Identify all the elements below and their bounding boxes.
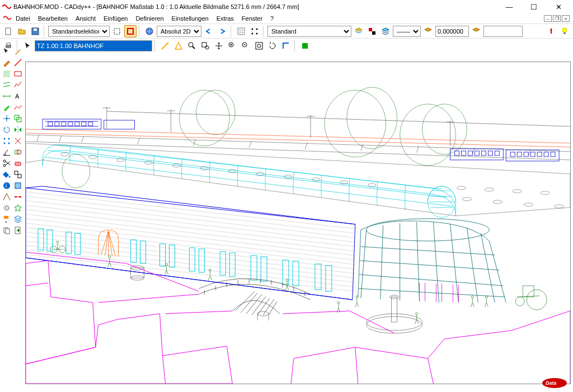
pointer-tool[interactable]	[1, 46, 12, 57]
mirror-tool[interactable]	[12, 124, 24, 135]
selection-mode-select[interactable]: Standardselektion	[48, 26, 110, 37]
layers-tool[interactable]	[12, 214, 24, 225]
svg-line-232	[162, 356, 165, 384]
eraser-tool[interactable]	[12, 158, 24, 169]
globe-button[interactable]	[143, 25, 156, 37]
copy-tool[interactable]	[1, 225, 12, 236]
poly-tool[interactable]	[12, 79, 24, 91]
brush-tool[interactable]	[12, 46, 24, 57]
svg-rect-142	[131, 240, 137, 262]
parallel-tool[interactable]	[1, 79, 12, 91]
mdi-close[interactable]: ×	[562, 15, 570, 22]
angle-tool[interactable]	[1, 147, 12, 158]
svg-point-33	[8, 143, 10, 144]
redo-button[interactable]	[216, 25, 228, 37]
zoom-extents-button[interactable]	[226, 40, 238, 52]
undo-button[interactable]	[203, 25, 215, 37]
mdi-restore[interactable]: ❐	[553, 15, 561, 22]
pencil-tool[interactable]	[1, 57, 12, 68]
info-tool[interactable]: i	[1, 180, 12, 191]
pin-button[interactable]	[545, 25, 557, 37]
split-tool[interactable]	[12, 191, 24, 202]
maximize-button[interactable]: ☐	[527, 3, 541, 11]
layer-field[interactable]	[35, 40, 152, 51]
menu-extras[interactable]: Extras	[213, 15, 237, 22]
svg-rect-11	[369, 28, 372, 31]
svg-rect-138	[38, 229, 44, 250]
save-button[interactable]	[29, 25, 41, 37]
menu-definieren[interactable]: Definieren	[132, 15, 167, 22]
rotate-tool[interactable]	[1, 124, 12, 135]
import-tool[interactable]	[12, 225, 24, 236]
triangle-button[interactable]	[172, 40, 185, 52]
lineweight-button[interactable]	[422, 25, 434, 37]
symbol-tool[interactable]	[12, 202, 24, 214]
layer-manager-button[interactable]	[353, 25, 365, 37]
svg-rect-150	[251, 256, 257, 280]
block-tool[interactable]	[12, 180, 24, 191]
open-button[interactable]	[16, 25, 28, 37]
ortho-button[interactable]	[280, 40, 292, 52]
snap-button[interactable]	[248, 25, 261, 37]
group-tool[interactable]	[12, 169, 24, 180]
paint-tool[interactable]	[1, 214, 12, 225]
grid-button[interactable]	[235, 25, 247, 37]
crosshair-tool[interactable]	[1, 113, 12, 124]
menu-bearbeiten[interactable]: Bearbeiten	[35, 15, 71, 22]
doc-icon	[3, 15, 11, 22]
extra-input[interactable]	[483, 26, 523, 37]
intersect-tool[interactable]	[12, 147, 24, 158]
menu-datei[interactable]: Datei	[12, 15, 34, 22]
menu-help[interactable]: ?	[267, 15, 277, 22]
coord-mode-select[interactable]: Absolut 2D	[157, 26, 201, 37]
array-tool[interactable]	[1, 135, 12, 147]
spline-tool[interactable]	[12, 102, 24, 113]
minimize-button[interactable]: —	[502, 3, 516, 11]
menu-einstellungen[interactable]: Einstellungen	[168, 15, 212, 22]
bulb-button[interactable]	[558, 25, 571, 37]
distance-input[interactable]	[435, 26, 469, 37]
zoom-button[interactable]	[186, 40, 198, 52]
new-button[interactable]	[2, 25, 15, 37]
scissors-tool[interactable]	[1, 158, 12, 169]
dimension-tool[interactable]	[1, 91, 12, 102]
rect-tool[interactable]	[12, 68, 24, 79]
marker-tool[interactable]	[1, 102, 12, 113]
color-button[interactable]	[366, 25, 378, 37]
drawing-canvas[interactable]	[25, 62, 571, 384]
zoom-all-button[interactable]	[253, 40, 265, 52]
zoom-previous-button[interactable]	[239, 40, 252, 52]
trim-tool[interactable]	[12, 135, 24, 147]
mdi-minimize[interactable]: –	[544, 15, 552, 22]
svg-line-187	[110, 262, 111, 267]
status-light[interactable]	[299, 40, 311, 52]
menu-fenster[interactable]: Fenster	[238, 15, 266, 22]
svg-point-13	[562, 28, 567, 32]
layer-props-button[interactable]	[470, 25, 482, 37]
svg-rect-12	[372, 31, 375, 35]
text-tool[interactable]: A	[12, 91, 24, 102]
close-button[interactable]: ✕	[552, 3, 565, 11]
offset-tool[interactable]	[12, 113, 24, 124]
layers-button[interactable]	[379, 25, 392, 37]
hatch-tool[interactable]	[1, 68, 12, 79]
refresh-button[interactable]	[266, 40, 279, 52]
pan-button[interactable]	[213, 40, 225, 52]
menu-einfuegen[interactable]: Einfügen	[100, 15, 131, 22]
select-box-button[interactable]	[111, 25, 123, 37]
menu-ansicht[interactable]: Ansicht	[72, 15, 99, 22]
line-tool[interactable]	[12, 57, 24, 68]
zoom-window-button[interactable]	[199, 40, 212, 52]
gear-tool[interactable]	[1, 202, 12, 214]
svg-line-211	[417, 319, 419, 324]
edge-tool[interactable]	[1, 191, 12, 202]
linetype-select[interactable]: ———	[393, 26, 421, 37]
svg-rect-0	[6, 28, 11, 35]
svg-point-23	[257, 44, 261, 48]
svg-point-112	[368, 183, 376, 187]
svg-point-118	[493, 200, 502, 204]
layer-select[interactable]: Standard	[267, 26, 351, 37]
fill-tool[interactable]	[1, 169, 12, 180]
select-element-button[interactable]	[124, 25, 137, 37]
measure-button[interactable]	[159, 40, 171, 52]
